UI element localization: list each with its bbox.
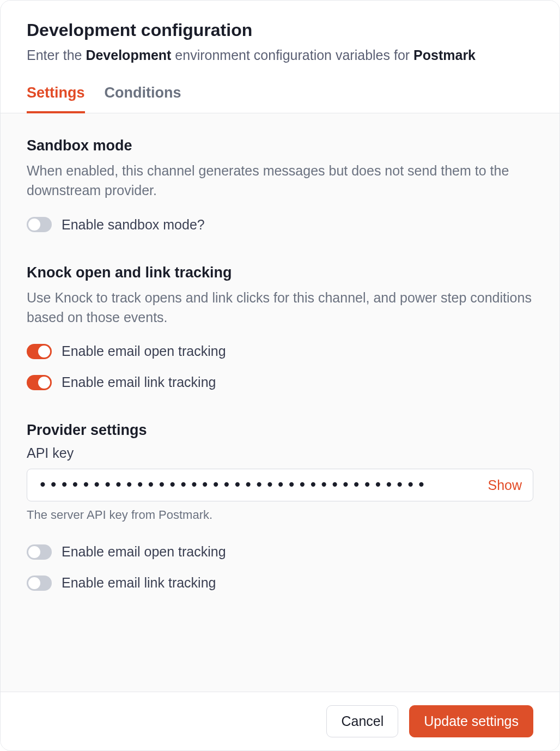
api-key-label: API key	[27, 445, 533, 461]
show-api-key-button[interactable]: Show	[479, 477, 522, 493]
provider-link-tracking-label: Enable email link tracking	[62, 575, 216, 591]
tracking-title: Knock open and link tracking	[27, 264, 533, 281]
sandbox-section: Sandbox mode When enabled, this channel …	[27, 137, 533, 233]
cancel-button[interactable]: Cancel	[326, 705, 398, 737]
provider-link-tracking-toggle[interactable]	[27, 576, 52, 591]
update-settings-button[interactable]: Update settings	[409, 705, 533, 737]
modal-title: Development configuration	[27, 20, 533, 40]
sandbox-toggle-label: Enable sandbox mode?	[62, 217, 205, 233]
tab-settings[interactable]: Settings	[27, 84, 85, 113]
open-tracking-label: Enable email open tracking	[62, 343, 226, 359]
link-tracking-label: Enable email link tracking	[62, 374, 216, 390]
provider-name: Postmark	[413, 47, 476, 63]
toggle-knob	[38, 377, 50, 389]
provider-title: Provider settings	[27, 422, 533, 439]
modal-body: Sandbox mode When enabled, this channel …	[1, 113, 559, 692]
toggle-knob	[38, 346, 50, 358]
env-name: Development	[86, 47, 171, 63]
sandbox-toggle[interactable]	[27, 217, 52, 232]
modal-header: Development configuration Enter the Deve…	[1, 1, 559, 65]
api-key-input[interactable]: ••••••••••••••••••••••••••••••••••••	[38, 477, 479, 493]
sandbox-toggle-row: Enable sandbox mode?	[27, 217, 533, 233]
toggle-knob	[28, 577, 40, 589]
provider-open-tracking-row: Enable email open tracking	[27, 544, 533, 560]
provider-open-tracking-toggle[interactable]	[27, 544, 52, 560]
tabs: Settings Conditions	[1, 65, 559, 113]
provider-open-tracking-label: Enable email open tracking	[62, 544, 226, 560]
api-key-help: The server API key from Postmark.	[27, 508, 533, 522]
modal-subtitle: Enter the Development environment config…	[27, 46, 533, 65]
provider-link-tracking-row: Enable email link tracking	[27, 575, 533, 591]
sandbox-title: Sandbox mode	[27, 137, 533, 154]
open-tracking-row: Enable email open tracking	[27, 343, 533, 359]
tracking-desc: Use Knock to track opens and link clicks…	[27, 288, 533, 328]
config-modal: Development configuration Enter the Deve…	[0, 0, 560, 751]
link-tracking-toggle[interactable]	[27, 375, 52, 390]
open-tracking-toggle[interactable]	[27, 344, 52, 359]
toggle-knob	[28, 546, 40, 558]
sandbox-desc: When enabled, this channel generates mes…	[27, 161, 533, 201]
provider-section: Provider settings API key ••••••••••••••…	[27, 422, 533, 591]
tracking-section: Knock open and link tracking Use Knock t…	[27, 264, 533, 391]
modal-footer: Cancel Update settings	[1, 692, 559, 750]
toggle-knob	[28, 219, 40, 231]
link-tracking-row: Enable email link tracking	[27, 374, 533, 390]
api-key-input-wrap[interactable]: •••••••••••••••••••••••••••••••••••• Sho…	[27, 469, 533, 501]
tab-conditions[interactable]: Conditions	[105, 84, 181, 113]
